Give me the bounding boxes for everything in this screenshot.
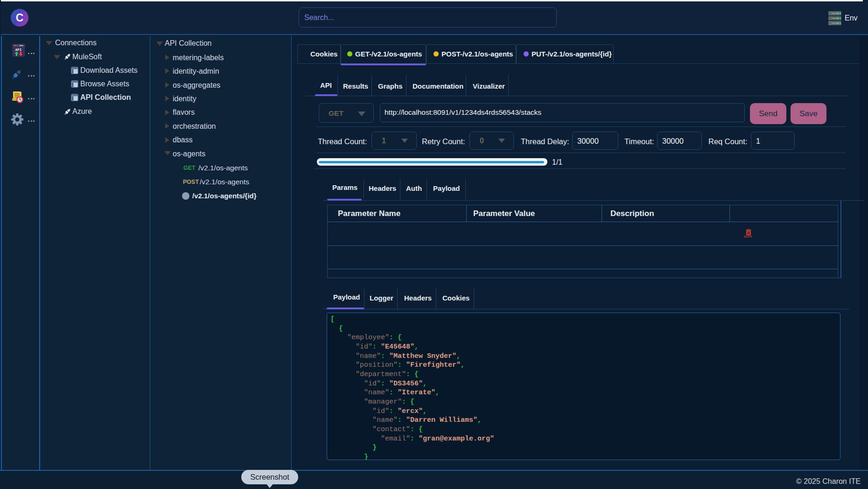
svg-text:API: API — [15, 48, 22, 52]
